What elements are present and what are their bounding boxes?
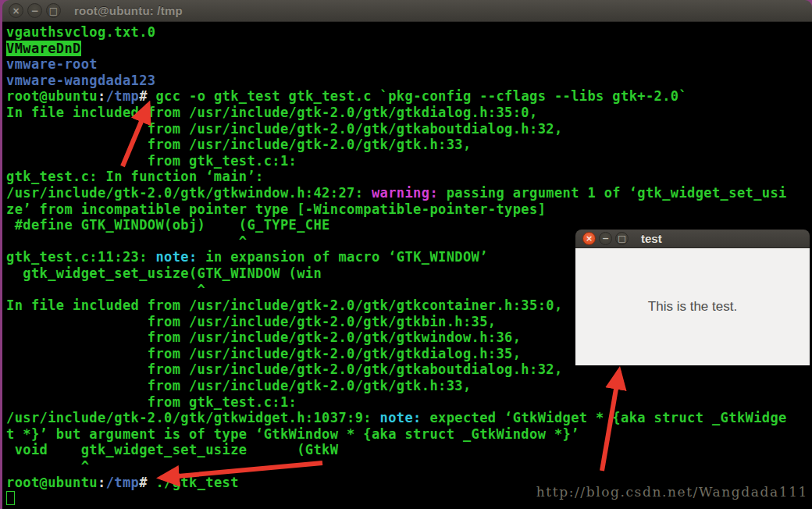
test-minimize-icon[interactable]: − [599, 232, 612, 245]
terminal-line: void gtk_widget_set_usize (GtkW [6, 442, 812, 458]
terminal-line: VMwareDnD [6, 41, 812, 57]
gtk-test-window-label: This is the test. [648, 299, 737, 315]
test-maximize-icon[interactable]: □ [615, 232, 629, 245]
terminal-line: vmware-root [6, 56, 812, 73]
terminal-line: root@ubuntu:/tmp# gcc -o gtk_test gtk_te… [6, 88, 812, 105]
maximize-icon[interactable]: □ [46, 3, 61, 18]
terminal-line: /usr/include/gtk-2.0/gtk/gtkwidget.h:103… [6, 410, 812, 426]
terminal-line: from /usr/include/gtk-2.0/gtk/gtk.h:33, [6, 137, 812, 153]
gtk-test-window-title: test [641, 232, 662, 245]
terminal-line: /usr/include/gtk-2.0/gtk/gtkwindow.h:42:… [6, 185, 812, 201]
terminal-line: gtk_test.c: In function ‘main’: [6, 169, 812, 185]
terminal-line: from /usr/include/gtk-2.0/gtk/gtk.h:33, [6, 378, 812, 394]
terminal-titlebar[interactable]: × − □ root@ubuntu: /tmp [2, 0, 812, 22]
terminal-line: vgauthsvclog.txt.0 [6, 24, 812, 41]
terminal-line: ze’ from incompatible pointer type [-Win… [6, 201, 812, 218]
gtk-test-window: × − □ test This is the test. [575, 230, 810, 365]
gtk-test-window-titlebar[interactable]: × − □ test [575, 230, 810, 248]
terminal-line: t *}’ but argument is of type ‘GtkWindow… [6, 426, 812, 443]
minimize-icon[interactable]: − [27, 3, 42, 18]
terminal-line: vmware-wangdada123 [6, 73, 812, 89]
terminal-cursor [6, 491, 15, 505]
terminal-line: from gtk_test.c:1: [6, 153, 812, 169]
terminal-line: ^ [6, 458, 812, 475]
gtk-test-window-body: This is the test. [575, 248, 810, 365]
watermark: http://blog.csdn.net/Wangdada111 [536, 484, 808, 500]
terminal-line: from /usr/include/gtk-2.0/gtk/gtkaboutdi… [6, 121, 812, 137]
terminal-line: In file included from /usr/include/gtk-2… [6, 105, 812, 121]
terminal-line: from gtk_test.c:1: [6, 394, 812, 411]
test-close-icon[interactable]: × [582, 232, 596, 245]
close-icon[interactable]: × [9, 3, 23, 18]
terminal-window-title: root@ubuntu: /tmp [74, 4, 183, 17]
